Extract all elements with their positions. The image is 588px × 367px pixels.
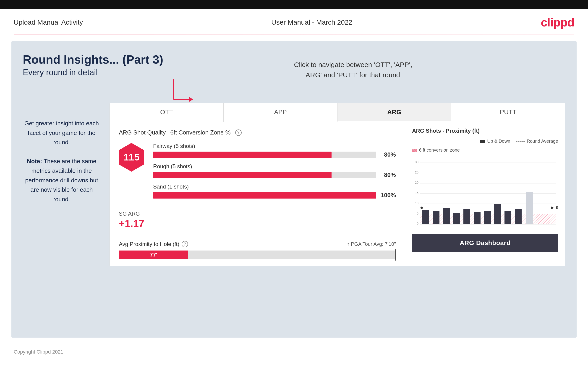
sg-label: SG ARG	[119, 211, 396, 217]
shot-label-fairway: Fairway (5 shots)	[153, 143, 396, 149]
svg-text:20: 20	[415, 181, 418, 184]
legend-round-avg: Round Average	[516, 139, 558, 144]
svg-text:30: 30	[415, 160, 418, 164]
svg-rect-27	[504, 211, 511, 224]
user-manual-label: User Manual - March 2022	[271, 18, 352, 26]
nav-annotation: Click to navigate between 'OTT', 'APP', …	[294, 59, 412, 80]
card-body: ARG Shot Quality 6ft Conversion Zone % ?…	[110, 122, 565, 266]
proximity-bar-fill: 77'	[119, 250, 188, 259]
conversion-label: 6ft Conversion Zone %	[170, 129, 230, 136]
svg-rect-26	[494, 204, 501, 224]
panel-header: ARG Shot Quality 6ft Conversion Zone % ?	[119, 129, 396, 136]
svg-rect-20	[432, 211, 440, 224]
legend-conversion: 6 ft conversion zone	[412, 148, 558, 153]
svg-rect-30	[536, 214, 550, 224]
proximity-title: Avg Proximity to Hole (ft) ?	[119, 241, 188, 247]
bar-track-fairway	[153, 152, 376, 158]
upload-manual-label: Upload Manual Activity	[14, 18, 83, 26]
proximity-header: Avg Proximity to Hole (ft) ? ↑ PGA Tour …	[119, 241, 396, 247]
svg-marker-33	[551, 207, 554, 209]
dashboard-card: OTT APP ARG PUTT ARG Shot Quality 6ft Co…	[110, 103, 565, 266]
shot-row-fairway: Fairway (5 shots) 80%	[153, 143, 396, 158]
left-panel: ARG Shot Quality 6ft Conversion Zone % ?…	[110, 122, 405, 266]
legend-up-down: Up & Down	[480, 139, 510, 144]
arg-dashboard-button[interactable]: ARG Dashboard	[412, 234, 558, 252]
svg-rect-21	[443, 208, 450, 224]
svg-marker-2	[189, 97, 193, 102]
help-icon[interactable]: ?	[235, 129, 242, 136]
proximity-bar-container: 77'	[119, 250, 396, 259]
svg-rect-19	[422, 210, 429, 224]
chart-svg: 0 5 10 15 20 25 30	[412, 156, 558, 229]
tab-putt[interactable]: PUTT	[451, 103, 565, 122]
bar-percent-rough: 80%	[380, 171, 396, 178]
copyright-text: Copyright Clippd 2021	[14, 349, 63, 355]
chart-title: ARG Shots - Proximity (ft)	[412, 128, 480, 134]
svg-rect-28	[515, 209, 522, 224]
proximity-bar-track: 77'	[119, 250, 396, 259]
shot-bars: Fairway (5 shots) 80% Rough (5 shots)	[153, 143, 396, 204]
legend: Up & Down Round Average	[480, 139, 558, 144]
hexagon-container: 115 Fairway (5 shots) 80%	[119, 143, 396, 204]
svg-text:8: 8	[556, 206, 558, 209]
hexagon-badge: 115	[119, 143, 144, 172]
bar-track-sand	[153, 192, 376, 199]
bar-percent-sand: 100%	[380, 192, 396, 199]
header-divider	[14, 34, 574, 34]
shot-label-rough: Rough (5 shots)	[153, 163, 396, 170]
proximity-value: 77'	[150, 252, 157, 258]
footer: Copyright Clippd 2021	[0, 344, 588, 359]
proximity-cursor	[395, 249, 396, 260]
svg-rect-24	[474, 212, 481, 224]
proximity-help-icon[interactable]: ?	[182, 241, 188, 247]
shot-row-sand: Sand (1 shots) 100%	[153, 184, 396, 199]
bar-fill-fairway	[153, 152, 331, 158]
svg-rect-22	[453, 213, 460, 224]
tabs-container: OTT APP ARG PUTT	[110, 103, 565, 122]
shot-label-sand: Sand (1 shots)	[153, 184, 396, 190]
svg-text:0: 0	[417, 222, 418, 225]
chart-header: ARG Shots - Proximity (ft) Up & Down Rou…	[412, 128, 558, 144]
tab-app[interactable]: APP	[224, 103, 337, 122]
proximity-section: Avg Proximity to Hole (ft) ? ↑ PGA Tour …	[119, 236, 396, 259]
legend-box-up-down	[480, 140, 485, 143]
svg-text:25: 25	[415, 170, 418, 174]
sg-section: SG ARG +1.17	[119, 211, 396, 229]
top-bar	[0, 0, 588, 9]
svg-text:15: 15	[415, 191, 418, 195]
left-insight: Get greater insight into each facet of y…	[23, 119, 100, 204]
shot-row-rough: Rough (5 shots) 80%	[153, 163, 396, 178]
clippd-logo: clippd	[541, 16, 574, 29]
legend-hatched-box	[412, 149, 417, 152]
svg-rect-25	[484, 211, 491, 224]
header: Upload Manual Activity User Manual - Mar…	[0, 9, 588, 34]
bar-fill-sand	[153, 192, 376, 199]
svg-marker-32	[420, 207, 423, 209]
svg-text:10: 10	[415, 201, 418, 205]
legend-dashed-line	[516, 141, 525, 142]
tab-arg[interactable]: ARG	[337, 103, 451, 122]
svg-text:5: 5	[417, 212, 418, 215]
hexagon-value: 115	[123, 152, 139, 163]
pga-avg: ↑ PGA Tour Avg: 7'10"	[347, 241, 396, 247]
svg-rect-23	[463, 209, 470, 224]
bar-track-rough	[153, 172, 376, 178]
sg-value: +1.17	[119, 218, 396, 229]
bar-fill-rough	[153, 172, 331, 178]
main-content: Round Insights... (Part 3) Every round i…	[11, 41, 577, 338]
bar-percent-fairway: 80%	[380, 151, 396, 158]
shot-quality-label: ARG Shot Quality	[119, 129, 166, 136]
chart-area: 0 5 10 15 20 25 30	[412, 156, 558, 229]
tab-ott[interactable]: OTT	[110, 103, 224, 122]
right-panel: ARG Shots - Proximity (ft) Up & Down Rou…	[405, 122, 565, 266]
